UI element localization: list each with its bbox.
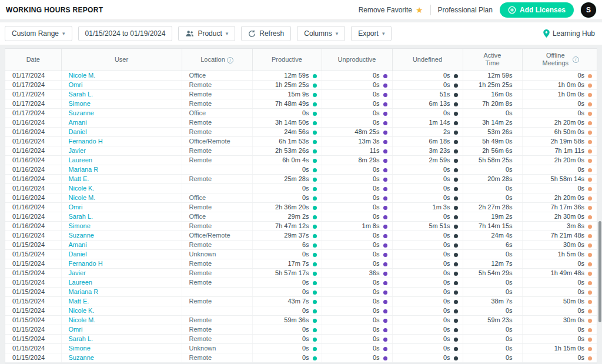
- col-header-location[interactable]: Locationi: [182, 49, 252, 71]
- undefined-value: 0s: [443, 316, 450, 323]
- col-header-user[interactable]: User: [61, 49, 182, 71]
- row-location: Remote: [189, 298, 212, 305]
- learning-hub-link[interactable]: Learning Hub: [543, 29, 597, 38]
- user-link[interactable]: Javier: [69, 269, 86, 276]
- learning-hub-label: Learning Hub: [553, 29, 595, 38]
- active-time-value: 0s: [506, 166, 513, 173]
- user-link[interactable]: Nicole M.: [69, 72, 96, 79]
- table-row: 01/16/2024Matt E.Remote25m 28s0s0s20m 28…: [5, 174, 597, 183]
- user-link[interactable]: Suzanne: [69, 109, 94, 116]
- undefined-value: 0s: [443, 345, 450, 352]
- productive-value: 6h 1m 53s: [279, 138, 309, 145]
- info-icon[interactable]: i: [227, 57, 233, 64]
- user-link[interactable]: Mariana R: [69, 166, 99, 173]
- productive-dot: [313, 290, 317, 295]
- user-link[interactable]: Laureen: [69, 156, 92, 163]
- col-header-date[interactable]: Date: [5, 49, 61, 71]
- col-header-active-time[interactable]: Active Time: [463, 49, 522, 71]
- user-link[interactable]: Sarah L.: [69, 213, 93, 220]
- undefined-value: 0s: [443, 298, 450, 305]
- offline-dot: [588, 309, 592, 313]
- date-range-button[interactable]: 01/15/2024 to 01/19/2024: [78, 26, 173, 41]
- unproductive-value: 0s: [373, 279, 380, 286]
- row-date: 01/15/2024: [12, 251, 45, 258]
- undefined-dot: [454, 149, 458, 153]
- user-link[interactable]: Omri: [69, 81, 83, 88]
- chevron-down-icon: ▾: [382, 31, 385, 36]
- table-row: 01/16/2024SimoneRemote7h 47m 12s1m 8s5m …: [5, 221, 597, 231]
- user-link[interactable]: Nicole K.: [69, 185, 95, 192]
- user-link[interactable]: Fernando H: [69, 138, 103, 145]
- user-link[interactable]: Matt E.: [69, 298, 89, 305]
- row-date: 01/15/2024: [12, 316, 45, 323]
- user-link[interactable]: Simone: [69, 100, 91, 107]
- user-link[interactable]: Omri: [69, 326, 83, 333]
- user-link[interactable]: Daniel: [69, 128, 87, 135]
- undefined-value: 1m 3s: [433, 203, 450, 211]
- unproductive-value: 0s: [373, 326, 380, 333]
- info-icon[interactable]: i: [573, 56, 579, 63]
- offline-meetings-value: 2h 20m 0s: [554, 156, 584, 163]
- export-dropdown[interactable]: Export ▾: [351, 26, 392, 41]
- user-link[interactable]: Javier: [69, 147, 86, 154]
- avatar[interactable]: S: [581, 2, 596, 18]
- user-link[interactable]: Matt E.: [69, 175, 89, 182]
- columns-dropdown[interactable]: Columns ▾: [297, 26, 345, 41]
- user-link[interactable]: Sarah L.: [69, 91, 93, 98]
- offline-meetings-value: 1h 49m 48s: [551, 269, 584, 276]
- productive-value: 0s: [302, 109, 309, 116]
- productive-dot: [313, 178, 317, 182]
- user-link[interactable]: Amani: [69, 241, 87, 248]
- col-header-unproductive[interactable]: Unproductive: [322, 49, 392, 71]
- user-link[interactable]: Laureen: [69, 279, 92, 286]
- offline-dot: [588, 178, 592, 182]
- user-link[interactable]: Nicole M.: [69, 316, 96, 323]
- row-location: Remote: [189, 316, 212, 323]
- add-licenses-button[interactable]: Add Licenses: [500, 2, 574, 18]
- refresh-button[interactable]: Refresh: [241, 26, 291, 41]
- productive-value: 29m 37s: [284, 232, 309, 239]
- offline-meetings-value: 0s: [577, 288, 584, 295]
- productive-dot: [313, 328, 317, 332]
- offline-dot: [588, 234, 592, 238]
- undefined-value: 0s: [443, 166, 450, 173]
- vertical-scrollbar-thumb[interactable]: [598, 221, 601, 322]
- offline-dot: [588, 74, 592, 78]
- user-link[interactable]: Mariana R: [69, 288, 99, 295]
- unproductive-dot: [383, 262, 387, 266]
- col-header-undefined[interactable]: Undefined: [392, 49, 463, 71]
- offline-meetings-value: 1h 5m 0s: [558, 251, 584, 258]
- productive-dot: [313, 300, 317, 304]
- col-header-offline-meetings[interactable]: Offline Meetingsi: [522, 49, 597, 71]
- user-link[interactable]: Amani: [69, 119, 87, 126]
- user-link[interactable]: Fernando H: [69, 260, 103, 267]
- user-link[interactable]: Suzanne: [69, 232, 94, 239]
- user-link[interactable]: Suzanne: [69, 354, 94, 361]
- productive-dot: [313, 187, 317, 191]
- offline-dot: [588, 168, 592, 172]
- user-link[interactable]: Nicole M.: [69, 194, 96, 201]
- unproductive-value: 0s: [373, 232, 380, 239]
- row-date: 01/15/2024: [12, 326, 45, 333]
- row-location: Remote: [189, 279, 212, 286]
- user-link[interactable]: Simone: [69, 222, 91, 229]
- productive-dot: [313, 102, 317, 106]
- row-date: 01/15/2024: [12, 279, 45, 286]
- product-dropdown[interactable]: Product ▾: [178, 26, 235, 41]
- table-row: 01/17/2024SimoneRemote7h 48m 49s0s6m 13s…: [5, 99, 597, 108]
- user-link[interactable]: Daniel: [69, 251, 87, 258]
- undefined-dot: [454, 131, 458, 135]
- plus-circle-icon: [508, 6, 516, 14]
- offline-meetings-value: 1h 0m 0s: [558, 81, 584, 88]
- user-link[interactable]: Sarah L.: [69, 335, 93, 342]
- unproductive-dot: [383, 187, 387, 191]
- remove-favorite-button[interactable]: Remove Favorite ★: [359, 6, 423, 14]
- custom-range-dropdown[interactable]: Custom Range ▾: [5, 26, 72, 41]
- user-link[interactable]: Omri: [69, 203, 83, 211]
- user-link[interactable]: Nicole K.: [69, 307, 95, 314]
- col-header-productive[interactable]: Productive: [252, 49, 322, 71]
- star-icon[interactable]: ★: [416, 6, 423, 14]
- table-row: 01/16/2024DanielRemote24m 56s48m 25s2s53…: [5, 127, 597, 136]
- productive-value: 0s: [302, 326, 309, 333]
- user-link[interactable]: Simone: [69, 345, 91, 352]
